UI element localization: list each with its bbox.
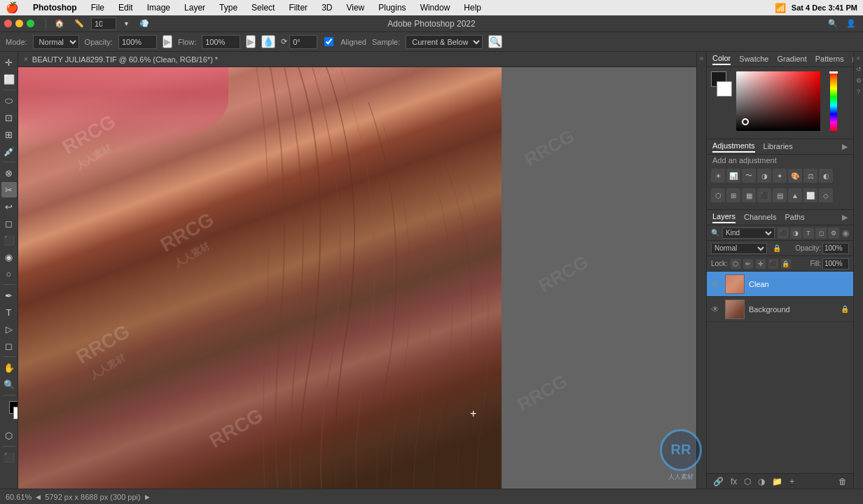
filter-type-btn[interactable]: T <box>803 227 814 239</box>
move-tool[interactable]: ✛ <box>1 55 17 70</box>
aligned-checkbox[interactable] <box>324 37 333 46</box>
learn-panel-icon[interactable]: ? <box>855 88 863 97</box>
zoom-tool[interactable]: 🔍 <box>1 377 17 392</box>
fill-value-input[interactable] <box>822 258 849 270</box>
lasso-tool[interactable]: ⬭ <box>1 93 17 108</box>
menu-help[interactable]: Help <box>461 3 484 13</box>
layers-filter-select[interactable]: Kind <box>722 227 775 239</box>
layers-panel-menu-btn[interactable]: ▶ <box>842 213 848 222</box>
menu-edit[interactable]: Edit <box>116 3 136 13</box>
tab-color[interactable]: Color <box>712 54 731 65</box>
menu-filter[interactable]: Filter <box>286 3 310 13</box>
lock-image-btn[interactable]: ✏ <box>743 259 753 269</box>
status-arrow-left[interactable]: ◀ <box>36 493 41 500</box>
layer-group-btn[interactable]: 📁 <box>770 476 785 487</box>
menu-3d[interactable]: 3D <box>319 3 335 13</box>
mode-select[interactable]: Normal <box>33 35 79 49</box>
layer-row-background[interactable]: 👁 Background 🔒 <box>707 297 853 322</box>
spot-heal-tool[interactable]: ⊗ <box>1 165 17 181</box>
airbrush-toggle[interactable]: 💧 <box>261 35 275 48</box>
tab-channels[interactable]: Channels <box>744 213 776 223</box>
home-btn[interactable]: 🏠 <box>52 18 67 29</box>
properties-panel-icon[interactable]: ⚙ <box>855 77 863 85</box>
sample-select[interactable]: Current & Below <box>406 35 483 49</box>
layer-visibility-clean[interactable]: 👁 <box>711 279 721 289</box>
menu-plugins[interactable]: Plugins <box>375 3 408 13</box>
brush-tool-btn[interactable]: ✏️ <box>71 18 87 29</box>
quick-mask-btn[interactable]: ⬡ <box>1 428 17 443</box>
vibrance-btn[interactable]: ✦ <box>773 169 787 183</box>
minimize-window-btn[interactable] <box>15 20 23 27</box>
tab-layers[interactable]: Layers <box>712 212 736 223</box>
menu-select[interactable]: Select <box>249 3 277 13</box>
bw-btn[interactable]: ◐ <box>819 169 833 183</box>
layer-row-clean[interactable]: 👁 Clean <box>707 272 853 297</box>
curves-btn[interactable]: 〜 <box>742 169 756 183</box>
opacity-btn[interactable]: ▶ <box>163 35 172 48</box>
color-lookup-btn[interactable]: ▦ <box>742 188 756 202</box>
panel-expand-btn[interactable]: « <box>855 55 863 63</box>
levels-btn[interactable]: 📊 <box>726 169 740 183</box>
background-color-swatch[interactable] <box>717 81 732 97</box>
tab-patterns[interactable]: Patterns <box>815 55 844 64</box>
color-spectrum[interactable] <box>736 71 820 131</box>
search-btn[interactable]: 🔍 <box>825 18 841 29</box>
menu-window[interactable]: Window <box>417 3 453 13</box>
crop-tool[interactable]: ⊞ <box>1 127 17 142</box>
selective-color-btn[interactable]: ◇ <box>819 188 833 202</box>
close-window-btn[interactable] <box>4 20 12 27</box>
color-picker[interactable] <box>736 71 827 134</box>
opacity-value-input[interactable] <box>822 243 849 254</box>
object-selection-tool[interactable]: ⊡ <box>1 110 17 125</box>
brush-size-input[interactable] <box>91 18 116 30</box>
canvas-image[interactable]: RRCG 人人素材 RRCG 人人素材 RRCG 人人素材 RRCG RRCG … <box>18 67 696 489</box>
history-brush-tool[interactable]: ↩ <box>1 199 17 214</box>
threshold-btn[interactable]: ▲ <box>788 188 802 202</box>
workspace-btn[interactable]: 👤 <box>843 18 859 29</box>
layer-new-btn[interactable]: + <box>787 476 796 487</box>
tab-libraries[interactable]: Libraries <box>764 142 793 152</box>
layer-delete-btn[interactable]: 🗑 <box>836 476 849 487</box>
collapse-btn[interactable]: » <box>698 55 706 63</box>
shape-tool[interactable]: ◻ <box>1 338 17 354</box>
pen-tool[interactable]: ✒ <box>1 288 17 303</box>
sample-icon-btn[interactable]: 🔍 <box>488 35 502 48</box>
apple-menu-icon[interactable]: 🍎 <box>6 1 19 14</box>
layer-link-btn[interactable]: 🔗 <box>711 476 726 487</box>
menu-layer[interactable]: Layer <box>181 3 208 13</box>
tab-gradient[interactable]: Gradient <box>778 55 807 64</box>
brightness-contrast-btn[interactable]: ☀ <box>711 169 725 183</box>
layer-mask-btn[interactable]: ⬡ <box>742 476 753 487</box>
hue-bar[interactable] <box>830 71 837 131</box>
type-tool[interactable]: T <box>1 304 17 320</box>
angle-input[interactable] <box>289 35 317 49</box>
eyedropper-tool[interactable]: 💉 <box>1 144 17 159</box>
layer-visibility-bg[interactable]: 👁 <box>711 304 721 314</box>
photo-filter-btn[interactable]: ⬡ <box>711 188 725 202</box>
posterize-btn[interactable]: ▤ <box>773 188 787 202</box>
path-selection-tool[interactable]: ▷ <box>1 321 17 337</box>
menu-file[interactable]: File <box>88 3 107 13</box>
clone-stamp-tool[interactable]: ✂ <box>1 182 17 197</box>
history-panel-icon[interactable]: ↺ <box>855 66 863 74</box>
status-arrow-right[interactable]: ▶ <box>145 493 150 500</box>
tab-paths[interactable]: Paths <box>785 213 805 223</box>
tab-adjustments[interactable]: Adjustments <box>712 141 755 153</box>
menu-type[interactable]: Type <box>216 3 240 13</box>
dodge-tool[interactable]: ○ <box>1 266 17 281</box>
opacity-input[interactable] <box>118 35 157 49</box>
layer-fx-btn[interactable]: fx <box>729 476 739 487</box>
channel-mixer-btn[interactable]: ⊞ <box>726 188 740 202</box>
blend-mode-select[interactable]: Normal <box>711 243 767 254</box>
lock-artboard-btn[interactable]: ⬛ <box>768 259 778 269</box>
quick-mask-icon[interactable]: ⬡ <box>1 428 17 443</box>
filter-shape-btn[interactable]: ◻ <box>815 227 827 239</box>
gradient-tool[interactable]: ⬛ <box>1 232 17 248</box>
color-balance-btn[interactable]: ⚖ <box>803 169 817 183</box>
layer-adj-btn[interactable]: ◑ <box>756 476 767 487</box>
background-color[interactable] <box>13 407 19 419</box>
artboard-tool[interactable]: ⬜ <box>1 71 17 87</box>
brush-preset-btn[interactable]: ▼ <box>120 20 132 28</box>
flow-btn[interactable]: ▶ <box>246 35 256 48</box>
hue-saturation-btn[interactable]: 🎨 <box>788 169 802 183</box>
